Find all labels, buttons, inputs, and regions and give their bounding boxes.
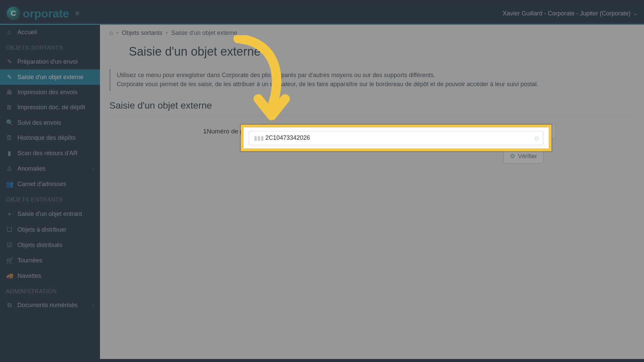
sidebar-item-tournees[interactable]: 🛒Tournées <box>0 253 100 268</box>
sidebar-item-historique-depots[interactable]: 🗓Historique des dépôts <box>0 130 100 145</box>
sidebar-item-saisie-objet-externe[interactable]: ✎Saisie d'un objet externe <box>0 69 100 85</box>
action-row: ⚙ Vérifier <box>100 139 644 164</box>
barcode-icon: ▮ <box>6 149 13 157</box>
info-block: Utilisez ce menu pour enregistrer dans C… <box>109 69 635 91</box>
grid-icon: ⧉ <box>6 302 13 309</box>
sidebar-item-suivi-envois[interactable]: 🔍Suivi des envois <box>0 115 100 130</box>
input-wrap-numero-pli: ▮▮▮ ◌ <box>260 124 555 139</box>
truck-icon: 🚚 <box>6 272 13 280</box>
print-icon: 🖶 <box>6 89 13 96</box>
info-line-2: Corporate vous permet de les saisir, de … <box>117 80 629 89</box>
app-header: C orporate ≡ Xavier Guillard - Corporate… <box>0 3 644 25</box>
sidebar-section-entrants: OBJETS ENTRANTS <box>0 192 100 206</box>
sidebar-item-label: Carnet d'adresses <box>17 181 66 188</box>
sidebar-section-admin: ADMINISTRATION <box>0 284 100 298</box>
sidebar-item-label: Préparation d'un envoi <box>17 58 78 65</box>
sidebar-item-saisie-objet-entrant[interactable]: ＋Saisie d'un objet entrant <box>0 206 100 222</box>
sidebar-item-label: Saisie d'un objet entrant <box>17 210 82 218</box>
cart-icon: 🛒 <box>6 257 13 264</box>
sidebar-item-label: Historique des dépôts <box>17 134 76 141</box>
sidebar-item-objets-distribuer[interactable]: ☐Objets à distribuer <box>0 222 100 237</box>
breadcrumb-sep: • <box>166 29 168 37</box>
breadcrumb: ⌂ • Objets sortants • Saisie d'un objet … <box>100 25 644 41</box>
verify-button[interactable]: ⚙ Vérifier <box>503 149 543 164</box>
pencil-icon: ✎ <box>6 58 13 65</box>
sidebar-item-label: Anomalies <box>17 165 46 172</box>
sidebar-item-anomalies[interactable]: ⚠Anomalies‹ <box>0 161 100 176</box>
barcode-icon: ▮▮▮ <box>265 128 274 135</box>
sidebar-section-sortants: OBJETS SORTANTS <box>0 40 100 54</box>
sidebar-item-scan-retours-ar[interactable]: ▮Scan des retours d'AR <box>0 145 100 161</box>
sidebar-item-documents-numerises[interactable]: ⧉Documents numérisés‹ <box>0 298 100 313</box>
required-asterisk: * <box>248 128 250 135</box>
chevron-left-icon: ‹ <box>93 166 94 171</box>
search-icon: 🔍 <box>6 119 13 126</box>
sidebar-item-label: Saisie d'un objet externe <box>17 74 84 81</box>
sidebar-item-preparation-envoi[interactable]: ✎Préparation d'un envoi <box>0 54 100 69</box>
sidebar-item-impression-doc-depot[interactable]: 🗎Impression doc. de dépôt <box>0 100 100 115</box>
chevron-down-icon: ⌄ <box>633 11 637 16</box>
sidebar-item-label: Impression doc. de dépôt <box>17 104 85 111</box>
sidebar-item-label: Objets distribués <box>17 242 62 249</box>
edit-icon: ✎ <box>6 73 13 81</box>
user-line: Xavier Guillard - Corporate - Jupiter (C… <box>503 10 631 17</box>
user-menu[interactable]: Xavier Guillard - Corporate - Jupiter (C… <box>503 10 637 17</box>
page-title: Saisie d'un objet externe <box>100 41 644 65</box>
verify-button-label: Vérifier <box>518 153 537 160</box>
breadcrumb-sep: • <box>116 29 118 37</box>
spinner-icon: ◌ <box>547 129 551 134</box>
sidebar-item-impression-envois[interactable]: 🖶Impression des envois <box>0 85 100 100</box>
sidebar-item-label: Documents numérisés <box>17 302 77 309</box>
info-line-1: Utilisez ce menu pour enregistrer dans C… <box>117 71 629 80</box>
breadcrumb-level2: Saisie d'un objet externe <box>171 29 237 37</box>
sidebar-item-label: Suivi des envois <box>17 119 61 126</box>
chevron-left-icon: ‹ <box>93 303 94 308</box>
sidebar-item-label: Tournées <box>17 257 42 264</box>
warning-icon: ⚠ <box>6 165 13 172</box>
sidebar-item-navettes[interactable]: 🚚Navettes <box>0 268 100 284</box>
sidebar-item-label: Accueil <box>17 29 37 36</box>
gear-icon: ⚙ <box>510 153 515 160</box>
sidebar-item-label: Scan des retours d'AR <box>17 150 78 157</box>
app-logo[interactable]: C orporate <box>7 7 69 20</box>
form-row-numero-pli: 1Numéro de pli* ▮▮▮ ◌ <box>100 124 644 139</box>
sidebar-item-objets-distribues[interactable]: ☑Objets distribués <box>0 237 100 253</box>
sidebar-item-carnet-adresses[interactable]: 👥Carnet d'adresses <box>0 176 100 192</box>
main-content: ⌂ • Objets sortants • Saisie d'un objet … <box>100 25 644 359</box>
logo-text: orporate <box>23 7 69 20</box>
square-icon: ☐ <box>6 226 13 233</box>
sidebar-item-accueil[interactable]: ⌂ Accueil <box>0 25 100 40</box>
form-heading: Saisie d'un objet externe <box>100 98 644 114</box>
sidebar-item-label: Objets à distribuer <box>17 226 66 233</box>
numero-pli-input[interactable] <box>260 124 555 139</box>
hamburger-icon[interactable]: ≡ <box>75 9 79 18</box>
field-label-numero-pli: 1Numéro de pli* <box>109 128 254 135</box>
plus-icon: ＋ <box>6 210 13 218</box>
home-icon[interactable]: ⌂ <box>109 29 113 37</box>
breadcrumb-level1[interactable]: Objets sortants <box>122 29 162 37</box>
home-icon: ⌂ <box>6 29 13 36</box>
document-icon: 🗎 <box>6 104 13 111</box>
check-square-icon: ☑ <box>6 241 13 249</box>
sidebar: ⌂ Accueil OBJETS SORTANTS ✎Préparation d… <box>0 25 100 359</box>
sidebar-item-label: Navettes <box>17 273 41 280</box>
logo-badge: C <box>7 7 20 20</box>
users-icon: 👥 <box>6 180 13 188</box>
divider <box>109 116 635 116</box>
sidebar-item-label: Impression des envois <box>17 89 77 96</box>
calendar-icon: 🗓 <box>6 134 13 141</box>
